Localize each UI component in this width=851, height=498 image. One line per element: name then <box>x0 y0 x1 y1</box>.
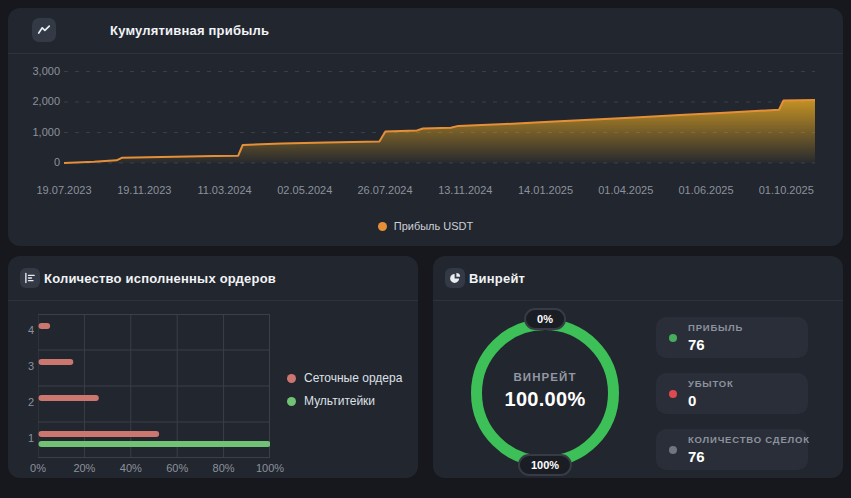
page: { "panels": { "cumulative": { "icon": "l… <box>0 0 851 498</box>
stat-card-loss: УБЫТОК 0 <box>656 373 808 414</box>
multitakes-legend-dot <box>287 397 296 406</box>
axis-tick-label: 4 <box>28 324 34 336</box>
stat-card-profit: ПРИБЫЛЬ 76 <box>656 317 808 358</box>
line-chart-icon <box>32 18 56 42</box>
horizontal-bars-icon <box>20 268 40 288</box>
profit-legend-dot <box>378 222 387 231</box>
axis-tick-label: 0% <box>30 462 46 474</box>
orders-chart-plot[interactable] <box>38 314 270 458</box>
axis-tick-label: 13.11.2024 <box>438 184 492 196</box>
axis-tick-label: 14.01.2025 <box>518 184 573 196</box>
axis-tick-label: 2,000 <box>32 95 60 107</box>
grid-orders-legend-dot <box>287 374 296 383</box>
axis-tick-label: 100% <box>256 462 284 474</box>
axis-tick-label: 19.07.2023 <box>36 184 91 196</box>
stat-dot <box>669 334 677 342</box>
axis-tick-label: 40% <box>120 462 142 474</box>
axis-tick-label: 01.10.2025 <box>759 184 814 196</box>
stat-label: КОЛИЧЕСТВО СДЕЛОК <box>688 434 795 445</box>
stat-label: УБЫТОК <box>688 378 734 389</box>
panel-title: Кумулятивная прибыль <box>110 8 269 53</box>
orders-y-axis: 4321 <box>12 314 34 458</box>
axis-tick-label: 19.11.2023 <box>117 184 171 196</box>
stat-dot <box>669 390 677 398</box>
axis-tick-label: 26.07.2024 <box>357 184 412 196</box>
profit-chart-plot[interactable] <box>64 61 815 165</box>
axis-tick-label: 3 <box>28 360 34 372</box>
cumulative-profit-header: Кумулятивная прибыль <box>8 8 843 54</box>
orders-panel: Количество исполненных ордеров 4321 0%20… <box>8 256 418 478</box>
orders-x-axis: 0%20%40%60%80%100% <box>38 462 270 476</box>
gauge-label: ВИНРЕЙТ <box>513 371 576 383</box>
profit-legend-label: Прибыль USDT <box>394 220 474 232</box>
axis-tick-label: 01.06.2025 <box>678 184 733 196</box>
stat-value: 76 <box>688 336 743 353</box>
gauge-value: 100.00% <box>504 388 585 411</box>
multitakes-legend-label: Мультитейки <box>304 394 375 408</box>
axis-tick-label: 02.05.2024 <box>277 184 332 196</box>
stat-value: 0 <box>688 392 734 409</box>
axis-tick-label: 3,000 <box>32 65 60 77</box>
stat-value: 76 <box>688 448 795 465</box>
axis-tick-label: 20% <box>73 462 95 474</box>
winrate-gauge[interactable]: 0% 100% ВИНРЕЙТ 100.00% <box>470 318 620 468</box>
winrate-panel: Винрейт 0% 100% ВИНРЕЙТ 100.00% ПРИБЫЛЬ … <box>433 256 843 478</box>
orders-legend: Сеточные ордера Мультитейки <box>287 371 402 408</box>
axis-tick-label: 01.04.2025 <box>598 184 653 196</box>
axis-tick-label: 0 <box>54 156 60 168</box>
axis-tick-label: 1 <box>28 432 34 444</box>
grid-orders-legend-label: Сеточные ордера <box>304 371 402 385</box>
axis-tick-label: 60% <box>166 462 188 474</box>
pie-chart-icon <box>445 268 465 288</box>
stat-dot <box>669 446 677 454</box>
gauge-center: ВИНРЕЙТ 100.00% <box>470 316 620 466</box>
stat-label: ПРИБЫЛЬ <box>688 322 743 333</box>
profit-legend[interactable]: Прибыль USDT <box>8 220 843 232</box>
winrate-stats: ПРИБЫЛЬ 76 УБЫТОК 0 КОЛИЧЕСТВО СДЕЛОК 76 <box>656 317 808 470</box>
axis-tick-label: 11.03.2024 <box>197 184 251 196</box>
stat-card-trades: КОЛИЧЕСТВО СДЕЛОК 76 <box>656 429 808 470</box>
axis-tick-label: 1,000 <box>32 126 60 138</box>
orders-header: Количество исполненных ордеров <box>8 256 418 301</box>
axis-tick-label: 2 <box>28 396 34 408</box>
winrate-header: Винрейт <box>433 256 843 301</box>
legend-item-multitakes[interactable]: Мультитейки <box>287 394 402 408</box>
cumulative-profit-panel: Кумулятивная прибыль 3,0002,0001,0000 19… <box>8 8 843 246</box>
profit-y-axis: 3,0002,0001,0000 <box>18 61 60 165</box>
panel-title: Винрейт <box>469 256 525 300</box>
profit-x-axis: 19.07.202319.11.202311.03.202402.05.2024… <box>64 184 815 198</box>
axis-tick-label: 80% <box>213 462 235 474</box>
legend-item-grid-orders[interactable]: Сеточные ордера <box>287 371 402 385</box>
panel-title: Количество исполненных ордеров <box>44 256 276 300</box>
